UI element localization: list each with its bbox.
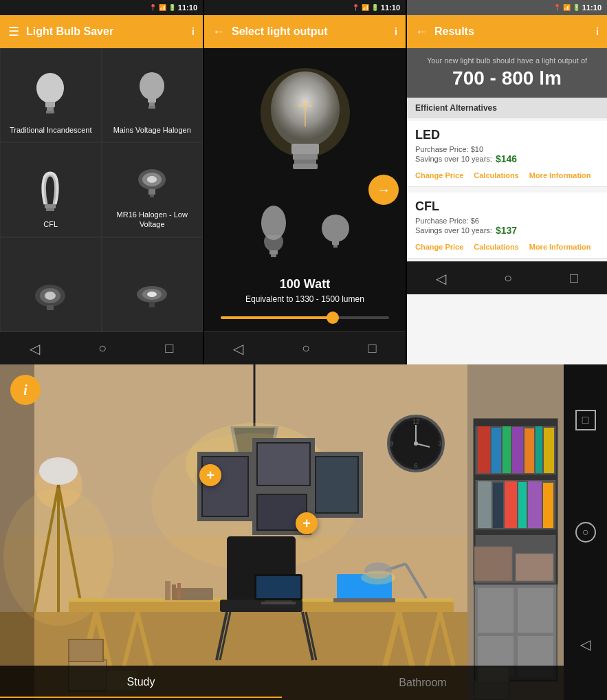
svg-rect-28 <box>293 164 318 169</box>
cfl-savings-label: Savings over 10 years: <box>415 226 492 234</box>
incandescent-icon <box>32 67 69 122</box>
room-tab-bar: Study Bathroom <box>0 666 564 700</box>
recent-nav-3[interactable]: □ <box>570 270 578 286</box>
info-fab-button[interactable]: i <box>10 375 41 405</box>
add-hotspot-1[interactable]: + <box>199 464 221 486</box>
clock-panel3: 11:10 <box>582 3 602 12</box>
sidebar-square-icon[interactable]: □ <box>575 410 596 430</box>
sidebar-back-icon[interactable]: ◁ <box>575 634 596 655</box>
bulb-cell-mr16[interactable]: MR16 Halogen - Low Voltage <box>102 142 203 237</box>
watt-info: 100 Watt Equivalent to 1330 - 1500 lumen <box>245 270 364 311</box>
bulb-cell-cfl[interactable]: CFL <box>0 142 102 237</box>
room-view-section: 12 3 6 9 i + + Study Bathroom □ ○ ◁ <box>0 364 607 700</box>
cfl-savings-row: Savings over 10 years: $137 <box>415 225 599 236</box>
svg-rect-8 <box>45 204 56 208</box>
bulb-cell-incandescent[interactable]: Traditional Incandescent <box>0 48 102 142</box>
home-nav-1[interactable]: ○ <box>98 340 107 356</box>
led-more-info-btn[interactable]: More Information <box>529 171 591 179</box>
svg-rect-126 <box>69 639 103 661</box>
back-button-2[interactable]: ← <box>212 25 225 39</box>
cfl-more-info-btn[interactable]: More Information <box>529 243 591 251</box>
status-bar-1: 📍 📶 🔋 11:10 <box>0 0 203 15</box>
status-bar-2: 📍 📶 🔋 11:10 <box>204 0 406 15</box>
svg-rect-97 <box>503 426 511 473</box>
nav-bar-2: ◁ ○ □ <box>204 331 406 364</box>
svg-rect-103 <box>493 483 503 528</box>
nav-bar-1: ◁ ○ □ <box>0 331 203 364</box>
svg-rect-2 <box>47 107 54 111</box>
led-savings-label: Savings over 10 years: <box>415 155 492 163</box>
recent-nav-1[interactable]: □ <box>165 340 173 356</box>
status-icons-2: 📍 📶 🔋 11:10 <box>352 3 400 12</box>
lm-range: 700 - 800 lm <box>415 67 599 89</box>
recent-nav-2[interactable]: □ <box>368 340 377 356</box>
back-nav-1[interactable]: ◁ <box>30 340 40 357</box>
small-bulb-globe <box>316 204 357 259</box>
panel-results: 📍 📶 🔋 11:10 ← Results i Your new light b… <box>406 0 607 364</box>
app-title: Light Bulb Saver <box>26 25 113 38</box>
small-bulb-candle <box>254 204 295 259</box>
slider-track[interactable] <box>221 316 390 319</box>
svg-rect-5 <box>148 98 156 102</box>
panel2-title: Select light output <box>232 25 328 38</box>
clock-panel2: 11:10 <box>381 3 400 12</box>
led-savings-row: Savings over 10 years: $146 <box>415 153 599 164</box>
led-change-price-btn[interactable]: Change Price <box>415 171 463 179</box>
svg-rect-95 <box>478 426 490 473</box>
app-bar-3: ← Results i <box>407 15 607 48</box>
info-button-2[interactable]: i <box>395 26 397 37</box>
svg-rect-101 <box>544 428 554 473</box>
back-button-3[interactable]: ← <box>415 25 428 39</box>
svg-point-4 <box>140 72 164 100</box>
home-nav-3[interactable]: ○ <box>504 270 512 286</box>
svg-rect-90 <box>316 457 357 512</box>
bulb-cell-halogen[interactable]: Mains Voltage Halogen <box>102 48 203 142</box>
bulb-label-cfl: CFL <box>40 219 61 229</box>
led-calculations-btn[interactable]: Calculations <box>474 171 518 179</box>
bulb-cell-spotlight1[interactable] <box>0 237 102 331</box>
info-button-1[interactable]: i <box>192 26 195 37</box>
small-bulbs-row <box>254 204 357 259</box>
led-type-label: LED <box>415 128 599 142</box>
back-nav-3[interactable]: ◁ <box>436 270 446 287</box>
results-header: Your new light bulb should have a light … <box>407 48 607 98</box>
menu-icon[interactable]: ☰ <box>8 24 19 39</box>
svg-rect-18 <box>47 305 54 310</box>
efficient-alternatives-label: Efficient Alternatives <box>407 98 607 118</box>
led-purchase-price: Purchase Price: $10 <box>415 145 599 153</box>
svg-rect-71 <box>261 602 296 604</box>
clock-panel1: 11:10 <box>178 3 197 12</box>
sidebar-circle-icon[interactable]: ○ <box>575 522 596 543</box>
tab-study[interactable]: Study <box>0 668 282 698</box>
svg-rect-3 <box>46 111 54 113</box>
svg-rect-35 <box>332 241 339 245</box>
svg-rect-94 <box>474 529 557 535</box>
svg-rect-107 <box>543 483 553 528</box>
svg-rect-114 <box>516 554 553 581</box>
cfl-change-price-btn[interactable]: Change Price <box>415 243 463 251</box>
cfl-icon <box>32 161 69 216</box>
panel2-content: → 100 Watt Equivalent to 1330 - 1500 lum… <box>204 48 406 331</box>
bulb-label-incandescent: Traditional Incandescent <box>6 125 95 135</box>
svg-rect-93 <box>474 474 557 480</box>
info-button-3[interactable]: i <box>596 26 599 37</box>
bulb-cell-spotlight2[interactable] <box>102 237 203 331</box>
svg-text:6: 6 <box>414 462 417 469</box>
cfl-card-actions: Change Price Calculations More Informati… <box>415 243 599 251</box>
next-button[interactable]: → <box>368 175 399 205</box>
add-hotspot-2[interactable]: + <box>296 512 318 534</box>
bulb-display <box>254 55 357 270</box>
svg-text:12: 12 <box>412 418 419 425</box>
svg-rect-78 <box>177 583 181 600</box>
svg-rect-6 <box>149 102 155 106</box>
slider-fill <box>221 316 331 319</box>
svg-rect-106 <box>528 481 542 528</box>
back-nav-2[interactable]: ◁ <box>233 340 243 357</box>
slider-thumb[interactable] <box>327 311 339 324</box>
home-nav-2[interactable]: ○ <box>302 340 310 356</box>
main-bulb-display <box>257 67 353 190</box>
cfl-purchase-price: Purchase Price: $6 <box>415 217 599 225</box>
cfl-calculations-btn[interactable]: Calculations <box>474 243 518 251</box>
panel3-title: Results <box>434 25 474 38</box>
tab-bathroom[interactable]: Bathroom <box>282 668 564 697</box>
